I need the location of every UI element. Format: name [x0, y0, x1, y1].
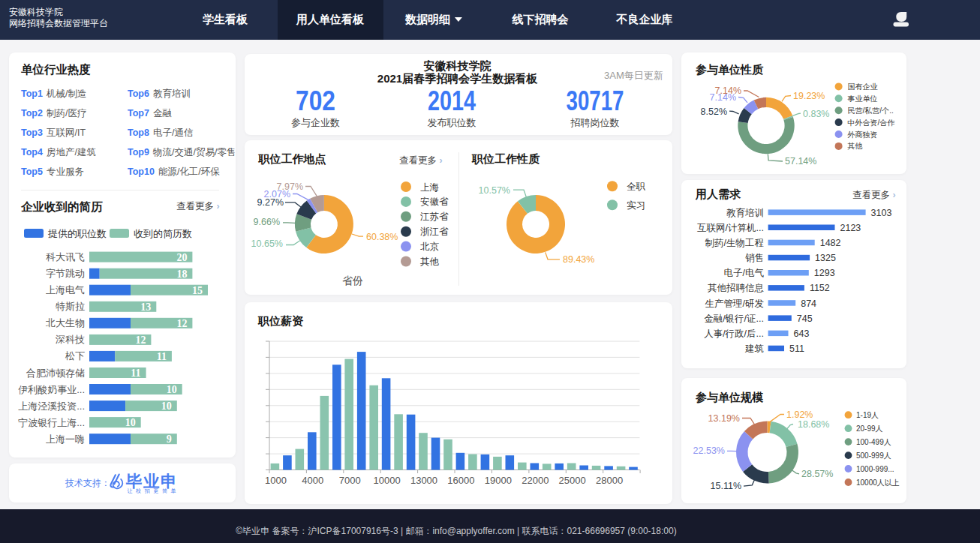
svg-text:浙江省: 浙江省	[420, 226, 449, 237]
svg-text:全职: 全职	[627, 182, 646, 192]
svg-text:9: 9	[167, 434, 172, 445]
svg-text:18.68%: 18.68%	[798, 419, 829, 430]
svg-text:25000: 25000	[559, 475, 586, 486]
svg-text:100-499人: 100-499人	[856, 438, 891, 446]
svg-text:1-19人: 1-19人	[856, 411, 879, 419]
svg-text:中外合资/合作: 中外合资/合作	[848, 118, 896, 127]
svg-text:20: 20	[176, 252, 187, 263]
svg-text:江苏省: 江苏省	[420, 212, 449, 222]
svg-text:事业单位: 事业单位	[848, 94, 878, 103]
svg-text:22000: 22000	[522, 475, 549, 486]
svg-text:上海一嗨: 上海一嗨	[46, 434, 85, 445]
svg-text:科大讯飞: 科大讯飞	[46, 251, 85, 262]
svg-text:4000: 4000	[302, 475, 323, 486]
svg-text:10: 10	[125, 417, 136, 428]
svg-text:12: 12	[176, 318, 187, 329]
svg-text:其他: 其他	[420, 256, 440, 267]
svg-text:1325: 1325	[815, 253, 836, 263]
svg-text:10000: 10000	[374, 475, 401, 486]
svg-text:实习: 实习	[627, 200, 645, 211]
svg-text:9.66%: 9.66%	[254, 217, 280, 227]
svg-text:松下: 松下	[65, 350, 85, 362]
svg-text:其他招聘信息: 其他招聘信息	[708, 283, 764, 293]
svg-text:国有企业: 国有企业	[848, 82, 878, 91]
svg-text:深科技: 深科技	[55, 334, 85, 345]
svg-text:7.14%: 7.14%	[715, 86, 741, 96]
svg-text:11: 11	[131, 368, 140, 379]
svg-text:19.23%: 19.23%	[793, 91, 825, 101]
svg-text:省份: 省份	[342, 274, 363, 286]
svg-text:89.43%: 89.43%	[563, 254, 594, 265]
svg-text:22.53%: 22.53%	[693, 446, 725, 456]
svg-text:2014: 2014	[428, 86, 476, 116]
svg-text:13: 13	[140, 302, 151, 313]
svg-text:30717: 30717	[567, 86, 624, 116]
svg-text:19000: 19000	[485, 475, 512, 486]
svg-text:其他: 其他	[848, 142, 863, 150]
svg-text:1482: 1482	[820, 238, 841, 248]
svg-text:北京: 北京	[420, 242, 440, 252]
svg-text:安徽省: 安徽省	[420, 196, 449, 207]
svg-text:上海电气: 上海电气	[46, 284, 85, 296]
svg-text:16000: 16000	[447, 475, 474, 486]
svg-text:500-999人: 500-999人	[856, 452, 891, 460]
svg-text:1000: 1000	[265, 475, 287, 486]
svg-text:宁波银行上海...: 宁波银行上海...	[18, 417, 85, 428]
svg-text:字节跳动: 字节跳动	[46, 268, 85, 279]
svg-text:伊利酸奶事业...: 伊利酸奶事业...	[18, 384, 85, 395]
svg-text:511: 511	[789, 344, 804, 354]
svg-text:1152: 1152	[810, 283, 830, 293]
svg-text:12: 12	[135, 334, 146, 346]
svg-text:15: 15	[192, 285, 203, 296]
svg-text:人事/行政/后...: 人事/行政/后...	[704, 328, 764, 339]
svg-text:特斯拉: 特斯拉	[56, 301, 85, 312]
svg-text:建筑: 建筑	[744, 344, 764, 354]
svg-text:7.97%: 7.97%	[277, 182, 303, 192]
svg-text:互联网/计算机...: 互联网/计算机...	[697, 223, 764, 233]
svg-text:10000人以上: 10000人以上	[856, 478, 900, 487]
svg-text:教育培训: 教育培训	[726, 207, 764, 218]
svg-text:金融/银行/证...: 金融/银行/证...	[704, 314, 764, 324]
svg-text:643: 643	[794, 328, 810, 339]
svg-text:2123: 2123	[840, 223, 861, 233]
svg-text:提供的职位数: 提供的职位数	[47, 228, 107, 239]
svg-text:60.38%: 60.38%	[366, 232, 398, 242]
svg-text:10.65%: 10.65%	[251, 238, 283, 249]
svg-text:18: 18	[176, 268, 187, 280]
svg-text:销售: 销售	[745, 253, 764, 263]
svg-text:20-99人: 20-99人	[856, 424, 883, 433]
svg-text:13.19%: 13.19%	[708, 413, 740, 424]
svg-text:10.57%: 10.57%	[479, 185, 510, 196]
svg-text:10: 10	[161, 400, 172, 412]
svg-text:8.52%: 8.52%	[701, 106, 727, 117]
svg-text:702: 702	[296, 86, 335, 116]
svg-text:874: 874	[801, 298, 816, 309]
svg-text:1.92%: 1.92%	[786, 410, 813, 420]
svg-text:13000: 13000	[410, 475, 437, 486]
svg-text:7000: 7000	[339, 475, 361, 486]
svg-text:北大生物: 北大生物	[46, 317, 85, 328]
svg-text:1000-999...: 1000-999...	[856, 465, 894, 473]
svg-text:0.83%: 0.83%	[803, 109, 829, 119]
svg-text:合肥沛顿存储: 合肥沛顿存储	[26, 368, 85, 379]
svg-text:745: 745	[797, 314, 813, 324]
svg-text:上海: 上海	[420, 182, 440, 193]
svg-text:15.11%: 15.11%	[711, 481, 741, 491]
svg-text:11: 11	[157, 351, 167, 362]
svg-text:外商独资: 外商独资	[847, 130, 878, 139]
svg-text:1293: 1293	[814, 268, 835, 278]
svg-text:3103: 3103	[871, 208, 892, 218]
svg-text:生产管理/研发: 生产管理/研发	[705, 298, 764, 309]
svg-text:上海泾溪投资...: 上海泾溪投资...	[18, 400, 85, 412]
svg-text:10: 10	[167, 384, 177, 395]
svg-text:制药/生物工程: 制药/生物工程	[705, 238, 764, 248]
svg-text:民营/私营/个..: 民营/私营/个..	[848, 106, 894, 115]
svg-text:收到的简历数: 收到的简历数	[134, 228, 192, 239]
svg-text:28000: 28000	[596, 475, 623, 486]
svg-text:电子/电气: 电子/电气	[724, 268, 765, 278]
svg-text:28.57%: 28.57%	[801, 469, 833, 479]
svg-text:57.14%: 57.14%	[785, 156, 816, 166]
